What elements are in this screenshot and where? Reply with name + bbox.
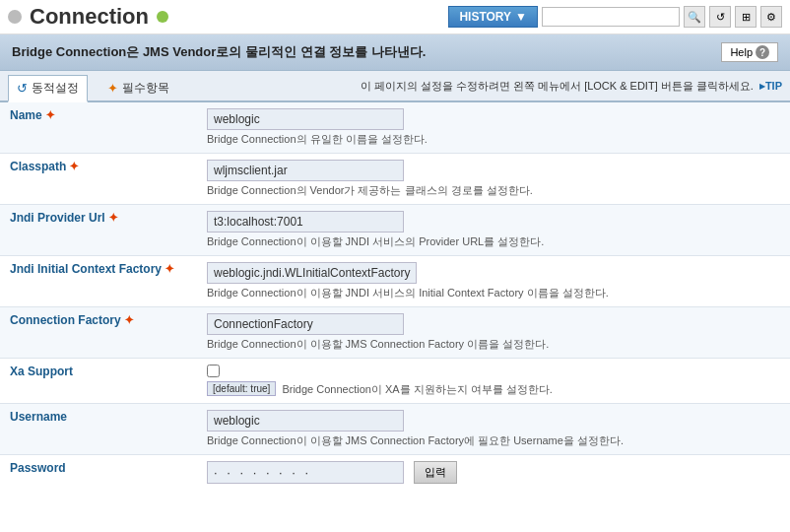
password-desc: Bridge Connection이 이용할 JMS Connection Fa… bbox=[207, 486, 780, 487]
history-button[interactable]: HISTORY ▼ bbox=[448, 6, 538, 28]
table-row: Xa Support [default: true] Bridge Connec… bbox=[0, 359, 790, 404]
search-input[interactable] bbox=[542, 7, 680, 27]
tab-required[interactable]: ✦ 필수항목 bbox=[99, 76, 177, 100]
required-star: ✦ bbox=[69, 160, 79, 173]
field-label-username: Username bbox=[0, 404, 197, 455]
banner-text: Bridge Connection은 JMS Vendor로의 물리적인 연결 … bbox=[12, 43, 426, 61]
xa-support-desc: Bridge Connection이 XA를 지원하는지 여부를 설정한다. bbox=[282, 382, 552, 397]
table-row: Username weblogic Bridge Connection이 이용할… bbox=[0, 404, 790, 455]
field-value-username: weblogic Bridge Connection이 이용할 JMS Conn… bbox=[197, 404, 790, 455]
tab-required-icon: ✦ bbox=[107, 81, 118, 96]
help-button[interactable]: Help ? bbox=[721, 42, 778, 62]
refresh-button[interactable]: ↺ bbox=[709, 6, 731, 28]
jndi-provider-url-value: t3:localhost:7001 bbox=[207, 211, 404, 233]
password-input-button[interactable]: 입력 bbox=[414, 461, 457, 484]
form-area: Name✦ weblogic Bridge Connection의 유일한 이름… bbox=[0, 102, 790, 487]
search-button[interactable]: 🔍 bbox=[684, 6, 705, 28]
classpath-desc: Bridge Connection의 Vendor가 제공하는 클래스의 경로를… bbox=[207, 183, 780, 198]
form-table: Name✦ weblogic Bridge Connection의 유일한 이름… bbox=[0, 102, 790, 487]
jndi-initial-desc: Bridge Connection이 이용할 JNDI 서비스의 Initial… bbox=[207, 286, 780, 300]
edit-notice-text: 이 페이지의 설정을 수정하려면 왼쪽 메뉴에서 [LOCK & EDIT] 버… bbox=[361, 79, 754, 94]
field-label-xa-support: Xa Support bbox=[0, 359, 197, 404]
field-value-jndi-provider-url: t3:localhost:7001 Bridge Connection이 이용할… bbox=[197, 205, 790, 256]
tab-general-label: 동적설정 bbox=[32, 80, 79, 97]
tab-general-icon: ↺ bbox=[17, 81, 28, 96]
connection-factory-value: ConnectionFactory bbox=[207, 313, 404, 335]
status-dot-green bbox=[157, 11, 168, 23]
field-label-connection-factory: Connection Factory✦ bbox=[0, 307, 197, 359]
field-label-jndi-provider-url: Jndi Provider Url✦ bbox=[0, 205, 197, 256]
tab-required-label: 필수항목 bbox=[122, 80, 169, 97]
required-star: ✦ bbox=[124, 313, 134, 327]
xa-support-checkbox[interactable] bbox=[207, 365, 220, 377]
edit-notice: 이 페이지의 설정을 수정하려면 왼쪽 메뉴에서 [LOCK & EDIT] 버… bbox=[361, 75, 782, 98]
field-value-connection-factory: ConnectionFactory Bridge Connection이 이용할… bbox=[197, 307, 790, 359]
field-value-xa-support: [default: true] Bridge Connection이 XA를 지… bbox=[197, 359, 790, 404]
help-icon: ? bbox=[756, 45, 769, 59]
field-label-password: Password bbox=[0, 455, 197, 488]
field-value-password: · · · · · · · · 입력 Bridge Connection이 이용… bbox=[197, 455, 790, 488]
username-value: weblogic bbox=[207, 410, 404, 432]
table-row: Connection Factory✦ ConnectionFactory Br… bbox=[0, 307, 790, 359]
field-value-jndi-initial: weblogic.jndi.WLInitialContextFactory Br… bbox=[197, 256, 790, 307]
banner: Bridge Connection은 JMS Vendor로의 물리적인 연결 … bbox=[0, 34, 790, 71]
grid-button[interactable]: ⊞ bbox=[735, 6, 757, 28]
page-title-area: Connection bbox=[8, 4, 168, 30]
username-desc: Bridge Connection이 이용할 JMS Connection Fa… bbox=[207, 433, 780, 448]
jndi-provider-url-desc: Bridge Connection이 이용할 JNDI 서비스의 Provide… bbox=[207, 234, 780, 249]
field-label-jndi-initial: Jndi Initial Context Factory✦ bbox=[0, 256, 197, 307]
field-label-name: Name✦ bbox=[0, 102, 197, 154]
help-label: Help bbox=[730, 46, 753, 58]
field-value-name: weblogic Bridge Connection의 유일한 이름을 설정한다… bbox=[197, 102, 790, 154]
classpath-value: wljmsclient.jar bbox=[207, 160, 404, 181]
tab-general[interactable]: ↺ 동적설정 bbox=[8, 75, 88, 102]
tip-link[interactable]: ▸TIP bbox=[759, 80, 782, 93]
jndi-initial-value: weblogic.jndi.WLInitialContextFactory bbox=[207, 262, 417, 284]
xa-support-checkbox-area bbox=[207, 365, 780, 377]
xa-support-default: [default: true] bbox=[207, 381, 276, 396]
required-star: ✦ bbox=[45, 108, 55, 122]
password-value: · · · · · · · · bbox=[207, 461, 404, 484]
name-value: weblogic bbox=[207, 108, 404, 130]
field-label-classpath: Classpath✦ bbox=[0, 154, 197, 205]
config-button[interactable]: ⚙ bbox=[760, 6, 782, 28]
top-bar: Connection HISTORY ▼ 🔍 ↺ ⊞ ⚙ bbox=[0, 0, 790, 34]
connection-factory-desc: Bridge Connection이 이용할 JMS Connection Fa… bbox=[207, 337, 780, 352]
table-row: Jndi Provider Url✦ t3:localhost:7001 Bri… bbox=[0, 205, 790, 256]
status-dot-gray bbox=[8, 10, 22, 24]
table-row: Name✦ weblogic Bridge Connection의 유일한 이름… bbox=[0, 102, 790, 154]
table-row: Jndi Initial Context Factory✦ weblogic.j… bbox=[0, 256, 790, 307]
top-right-controls: HISTORY ▼ 🔍 ↺ ⊞ ⚙ bbox=[448, 6, 782, 28]
table-row: Password · · · · · · · · 입력 Bridge Conne… bbox=[0, 455, 790, 488]
tab-bar: ↺ 동적설정 ✦ 필수항목 bbox=[8, 71, 177, 100]
history-label: HISTORY bbox=[459, 10, 511, 24]
name-desc: Bridge Connection의 유일한 이름을 설정한다. bbox=[207, 132, 780, 147]
table-row: Classpath✦ wljmsclient.jar Bridge Connec… bbox=[0, 154, 790, 205]
page-title: Connection bbox=[30, 4, 149, 30]
required-star: ✦ bbox=[108, 211, 118, 225]
field-value-classpath: wljmsclient.jar Bridge Connection의 Vendo… bbox=[197, 154, 790, 205]
required-star: ✦ bbox=[165, 262, 174, 276]
chevron-down-icon: ▼ bbox=[515, 10, 527, 24]
